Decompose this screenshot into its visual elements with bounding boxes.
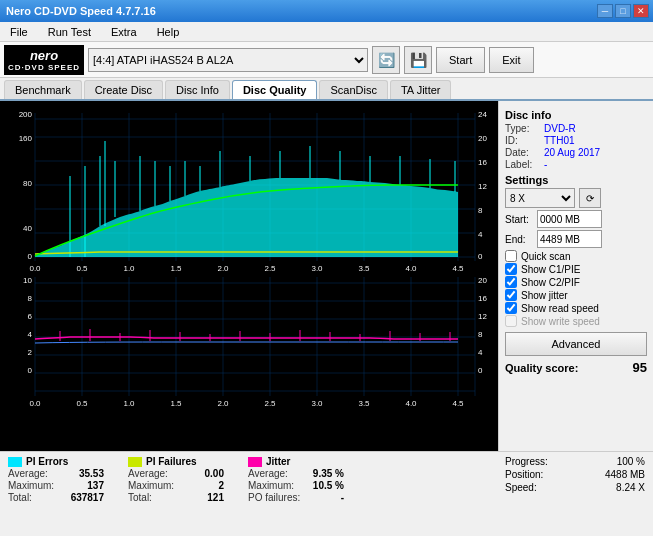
show-jitter-label[interactable]: Show jitter bbox=[521, 290, 568, 301]
app-title: Nero CD-DVD Speed 4.7.7.16 bbox=[4, 5, 156, 17]
progress-value: 100 % bbox=[617, 456, 645, 467]
pi-avg-label: Average: bbox=[8, 468, 48, 479]
quick-scan-checkbox[interactable] bbox=[505, 250, 517, 262]
svg-text:8: 8 bbox=[28, 294, 33, 303]
date-label: Date: bbox=[505, 147, 540, 158]
label-value: - bbox=[544, 159, 547, 170]
start-row: Start: bbox=[505, 210, 647, 228]
show-c1-label[interactable]: Show C1/PIE bbox=[521, 264, 580, 275]
nero-logo: nero CD·DVD SPEED bbox=[4, 45, 84, 75]
show-write-speed-checkbox[interactable] bbox=[505, 315, 517, 327]
show-c2-label[interactable]: Show C2/PIF bbox=[521, 277, 580, 288]
svg-text:1.0: 1.0 bbox=[123, 264, 135, 273]
svg-text:80: 80 bbox=[23, 179, 32, 188]
type-label: Type: bbox=[505, 123, 540, 134]
chart-area: recorded with PIONEER DVD-RW DVR-221L bbox=[0, 101, 498, 451]
settings-title: Settings bbox=[505, 174, 647, 186]
exit-button[interactable]: Exit bbox=[489, 47, 533, 73]
end-label: End: bbox=[505, 234, 533, 245]
tab-create-disc[interactable]: Create Disc bbox=[84, 80, 163, 99]
pi-failures-label: PI Failures bbox=[146, 456, 197, 467]
pi-failures-group: PI Failures Average: 0.00 Maximum: 2 Tot… bbox=[128, 456, 228, 503]
quick-scan-label[interactable]: Quick scan bbox=[521, 251, 570, 262]
svg-text:3.5: 3.5 bbox=[358, 399, 370, 408]
svg-text:12: 12 bbox=[478, 312, 487, 321]
quick-scan-row: Quick scan bbox=[505, 250, 647, 262]
tab-ta-jitter[interactable]: TA Jitter bbox=[390, 80, 452, 99]
save-icon[interactable]: 💾 bbox=[404, 46, 432, 74]
pi-total-label: Total: bbox=[8, 492, 32, 503]
svg-text:12: 12 bbox=[478, 182, 487, 191]
quality-score-value: 95 bbox=[633, 360, 647, 375]
svg-text:0.5: 0.5 bbox=[76, 264, 88, 273]
svg-text:0: 0 bbox=[478, 366, 483, 375]
show-c2-checkbox[interactable] bbox=[505, 276, 517, 288]
advanced-button[interactable]: Advanced bbox=[505, 332, 647, 356]
jitter-avg-label: Average: bbox=[248, 468, 288, 479]
svg-text:1.5: 1.5 bbox=[170, 399, 182, 408]
svg-text:4.5: 4.5 bbox=[452, 399, 464, 408]
svg-text:4: 4 bbox=[478, 348, 483, 357]
menu-file[interactable]: File bbox=[4, 24, 34, 40]
pif-avg-value: 0.00 bbox=[205, 468, 224, 479]
show-c1-row: Show C1/PIE bbox=[505, 263, 647, 275]
start-button[interactable]: Start bbox=[436, 47, 485, 73]
show-read-speed-label[interactable]: Show read speed bbox=[521, 303, 599, 314]
svg-text:10: 10 bbox=[23, 276, 32, 285]
tab-disc-quality[interactable]: Disc Quality bbox=[232, 80, 318, 99]
svg-text:200: 200 bbox=[19, 110, 33, 119]
svg-text:160: 160 bbox=[19, 134, 33, 143]
speed-value: 8.24 X bbox=[616, 482, 645, 493]
side-panel: Disc info Type: DVD-R ID: TTH01 Date: 20… bbox=[498, 101, 653, 451]
jitter-max-value: 10.5 % bbox=[313, 480, 344, 491]
speed-selector[interactable]: 8 X 4 X 6 X 12 X 16 X MAX bbox=[505, 188, 575, 208]
svg-text:2.5: 2.5 bbox=[264, 264, 276, 273]
svg-text:2.0: 2.0 bbox=[217, 264, 229, 273]
quality-score-label: Quality score: bbox=[505, 362, 578, 374]
show-c1-checkbox[interactable] bbox=[505, 263, 517, 275]
close-btn[interactable]: ✕ bbox=[633, 4, 649, 18]
pi-failures-color bbox=[128, 457, 142, 467]
show-read-speed-checkbox[interactable] bbox=[505, 302, 517, 314]
pi-errors-label: PI Errors bbox=[26, 456, 68, 467]
pi-max-label: Maximum: bbox=[8, 480, 54, 491]
show-write-speed-row: Show write speed bbox=[505, 315, 647, 327]
maximize-btn[interactable]: □ bbox=[615, 4, 631, 18]
disc-label-row: Label: - bbox=[505, 159, 647, 170]
start-input[interactable] bbox=[537, 210, 602, 228]
tab-scan-disc[interactable]: ScanDisc bbox=[319, 80, 387, 99]
pi-errors-group: PI Errors Average: 35.53 Maximum: 137 To… bbox=[8, 456, 108, 503]
title-bar: Nero CD-DVD Speed 4.7.7.16 ─ □ ✕ bbox=[0, 0, 653, 22]
svg-text:1.0: 1.0 bbox=[123, 399, 135, 408]
pi-errors-color bbox=[8, 457, 22, 467]
jitter-max-label: Maximum: bbox=[248, 480, 294, 491]
position-label: Position: bbox=[505, 469, 543, 480]
menu-help[interactable]: Help bbox=[151, 24, 186, 40]
pif-total-label: Total: bbox=[128, 492, 152, 503]
svg-text:2: 2 bbox=[28, 348, 33, 357]
menu-run-test[interactable]: Run Test bbox=[42, 24, 97, 40]
svg-text:4.0: 4.0 bbox=[405, 264, 417, 273]
svg-text:20: 20 bbox=[478, 134, 487, 143]
tab-disc-info[interactable]: Disc Info bbox=[165, 80, 230, 99]
main-content: recorded with PIONEER DVD-RW DVR-221L bbox=[0, 101, 653, 451]
jitter-avg-value: 9.35 % bbox=[313, 468, 344, 479]
svg-text:4: 4 bbox=[28, 330, 33, 339]
refresh-icon[interactable]: 🔄 bbox=[372, 46, 400, 74]
date-value: 20 Aug 2017 bbox=[544, 147, 600, 158]
id-label: ID: bbox=[505, 135, 540, 146]
svg-text:16: 16 bbox=[478, 158, 487, 167]
minimize-btn[interactable]: ─ bbox=[597, 4, 613, 18]
end-input[interactable] bbox=[537, 230, 602, 248]
speed-icon[interactable]: ⟳ bbox=[579, 188, 601, 208]
drive-selector[interactable]: [4:4] ATAPI iHAS524 B AL2A bbox=[88, 48, 368, 72]
svg-text:6: 6 bbox=[28, 312, 33, 321]
show-jitter-checkbox[interactable] bbox=[505, 289, 517, 301]
tab-benchmark[interactable]: Benchmark bbox=[4, 80, 82, 99]
svg-text:3.5: 3.5 bbox=[358, 264, 370, 273]
window-controls: ─ □ ✕ bbox=[597, 4, 649, 18]
pif-avg-label: Average: bbox=[128, 468, 168, 479]
po-failures-value: - bbox=[341, 492, 344, 503]
menu-extra[interactable]: Extra bbox=[105, 24, 143, 40]
show-write-speed-label[interactable]: Show write speed bbox=[521, 316, 600, 327]
